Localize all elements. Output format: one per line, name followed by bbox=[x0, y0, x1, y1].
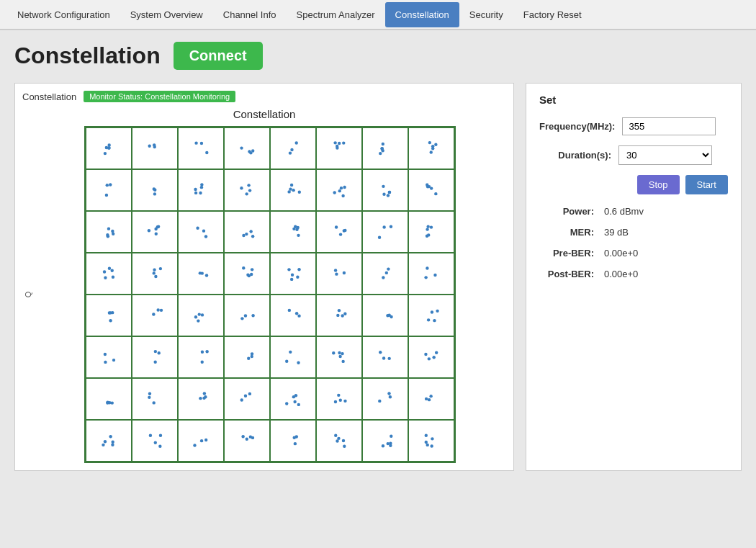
stop-button[interactable]: Stop bbox=[637, 175, 680, 194]
svg-point-243 bbox=[382, 444, 384, 447]
grid-cell bbox=[362, 253, 408, 295]
grid-cell bbox=[224, 420, 270, 462]
grid-cell bbox=[224, 295, 270, 336]
grid-cell bbox=[86, 211, 132, 253]
panel-header-label: Constellation bbox=[22, 91, 76, 102]
grid-cell bbox=[86, 169, 132, 211]
svg-point-216 bbox=[429, 395, 432, 397]
svg-point-234 bbox=[294, 442, 297, 445]
grid-cell bbox=[132, 169, 178, 211]
nav-network-configuration[interactable]: Network Configuration bbox=[7, 2, 120, 27]
svg-point-157 bbox=[436, 310, 438, 313]
nav-channel-info[interactable]: Channel Info bbox=[213, 2, 287, 27]
svg-point-224 bbox=[154, 441, 157, 444]
svg-point-196 bbox=[203, 392, 206, 395]
svg-point-183 bbox=[382, 356, 385, 359]
svg-point-132 bbox=[426, 266, 428, 269]
svg-point-93 bbox=[343, 229, 346, 232]
grid-cell bbox=[362, 127, 408, 169]
svg-point-191 bbox=[108, 401, 111, 404]
svg-point-200 bbox=[248, 392, 251, 395]
svg-point-45 bbox=[245, 192, 248, 195]
svg-point-120 bbox=[287, 268, 290, 271]
svg-point-19 bbox=[333, 141, 336, 144]
title-row: Constellation Connect bbox=[14, 42, 742, 70]
svg-point-49 bbox=[289, 187, 292, 190]
mer-row: MER: 39 dB bbox=[539, 227, 728, 238]
duration-row: Duration(s): 10203060120 bbox=[539, 145, 728, 165]
grid-cell bbox=[270, 295, 316, 336]
connect-button[interactable]: Connect bbox=[174, 42, 263, 70]
nav-spectrum-analyzer[interactable]: Spectrum Analyzer bbox=[287, 2, 385, 27]
svg-point-30 bbox=[428, 141, 431, 144]
svg-point-110 bbox=[153, 271, 156, 274]
svg-point-14 bbox=[240, 146, 243, 149]
svg-point-141 bbox=[194, 315, 197, 318]
svg-point-117 bbox=[251, 268, 253, 271]
svg-point-126 bbox=[334, 269, 337, 271]
svg-point-10 bbox=[194, 141, 197, 144]
frequency-input[interactable] bbox=[622, 117, 716, 135]
svg-point-70 bbox=[111, 230, 114, 233]
grid-cell bbox=[316, 378, 362, 420]
svg-point-88 bbox=[295, 228, 298, 231]
svg-point-109 bbox=[159, 267, 162, 270]
grid-cell bbox=[362, 169, 408, 211]
svg-point-38 bbox=[153, 192, 156, 195]
grid-cell bbox=[132, 336, 178, 378]
constellation-grid bbox=[84, 126, 456, 463]
svg-point-64 bbox=[434, 192, 437, 195]
nav-system-overview[interactable]: System Overview bbox=[120, 2, 213, 27]
grid-cell bbox=[86, 127, 132, 169]
svg-point-131 bbox=[424, 276, 427, 279]
svg-point-198 bbox=[204, 395, 207, 398]
svg-point-207 bbox=[334, 400, 337, 403]
svg-point-15 bbox=[295, 141, 298, 144]
svg-point-161 bbox=[104, 353, 107, 356]
svg-point-209 bbox=[337, 394, 340, 397]
svg-point-54 bbox=[341, 194, 344, 197]
svg-point-184 bbox=[428, 357, 431, 360]
svg-point-179 bbox=[341, 360, 344, 363]
svg-point-137 bbox=[152, 313, 155, 315]
svg-point-43 bbox=[199, 192, 202, 194]
svg-point-202 bbox=[297, 403, 300, 406]
svg-point-29 bbox=[431, 145, 434, 148]
svg-point-6 bbox=[153, 145, 156, 148]
duration-select[interactable]: 10203060120 bbox=[618, 145, 712, 165]
grid-cell bbox=[178, 127, 224, 169]
grid-cell bbox=[316, 211, 362, 253]
nav-factory-reset[interactable]: Factory Reset bbox=[513, 2, 592, 27]
svg-point-44 bbox=[247, 184, 250, 187]
svg-point-96 bbox=[382, 225, 385, 228]
svg-point-167 bbox=[201, 351, 204, 354]
nav-constellation[interactable]: Constellation bbox=[385, 2, 459, 27]
grid-cell bbox=[270, 378, 316, 420]
svg-point-181 bbox=[379, 351, 382, 354]
svg-point-66 bbox=[430, 187, 433, 189]
svg-point-219 bbox=[111, 440, 114, 443]
start-button[interactable]: Start bbox=[685, 175, 728, 194]
svg-point-116 bbox=[250, 273, 253, 276]
svg-point-130 bbox=[433, 274, 436, 277]
power-label: Power: bbox=[539, 206, 604, 217]
svg-point-146 bbox=[240, 317, 243, 320]
grid-cell bbox=[132, 211, 178, 253]
svg-point-212 bbox=[378, 400, 381, 403]
grid-cell bbox=[178, 295, 224, 336]
svg-point-203 bbox=[285, 402, 288, 405]
grid-cell bbox=[178, 169, 224, 211]
grid-cell bbox=[362, 295, 408, 336]
svg-point-160 bbox=[433, 319, 436, 322]
postber-value: 0.00e+0 bbox=[604, 269, 638, 279]
power-row: Power: 0.6 dBmv bbox=[539, 206, 728, 217]
grid-cell bbox=[362, 378, 408, 420]
svg-point-187 bbox=[424, 353, 427, 356]
svg-point-27 bbox=[381, 149, 384, 152]
svg-point-82 bbox=[249, 230, 252, 233]
svg-point-125 bbox=[335, 272, 338, 275]
svg-point-143 bbox=[201, 313, 204, 316]
nav-security[interactable]: Security bbox=[459, 2, 513, 27]
svg-point-151 bbox=[343, 313, 346, 315]
svg-point-206 bbox=[292, 395, 295, 398]
